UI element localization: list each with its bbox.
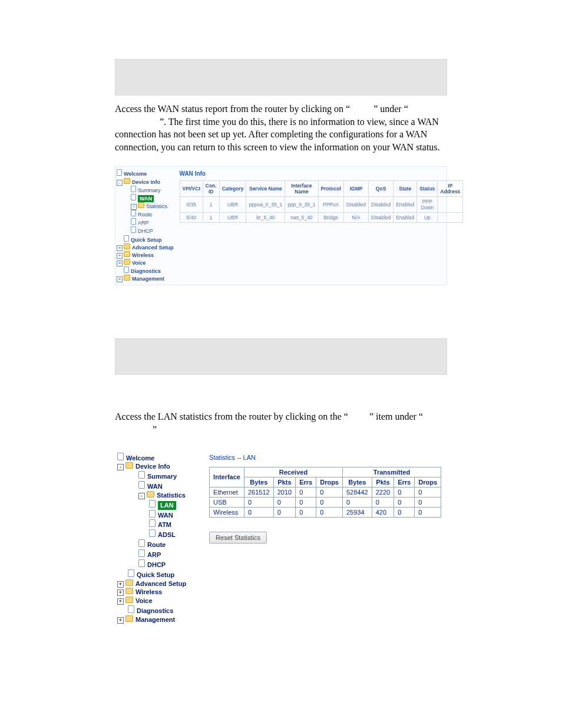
label: Welcome (126, 454, 154, 462)
col-vpivci: VPI/VCI (180, 181, 203, 197)
text: ”. The first time you do this, there is … (115, 117, 440, 152)
nav-lan-selected[interactable]: LAN (117, 500, 201, 510)
nav-advanced[interactable]: +Advanced Setup (117, 243, 174, 251)
nav-wireless[interactable]: +Wireless (117, 251, 174, 259)
nav-atm[interactable]: ATM (117, 519, 201, 529)
nav-statistics[interactable]: +Statistics (117, 202, 174, 210)
text: Access the LAN statistics from the route… (115, 411, 348, 421)
lan-stats-panel: Statistics -- LAN Interface Received Tra… (203, 449, 447, 628)
cell: Disabled (369, 213, 394, 223)
collapse-icon[interactable]: - (138, 493, 145, 499)
label: DHCP (138, 228, 153, 234)
col-state: State (394, 181, 417, 197)
label: ADSL (158, 531, 176, 538)
cell: 0 (316, 487, 343, 497)
cell: 25934 (342, 507, 372, 517)
table-header-row: Interface Received Transmitted (210, 467, 441, 477)
expand-icon[interactable]: + (117, 261, 123, 266)
expand-icon[interactable]: + (117, 617, 124, 624)
label: Management (132, 276, 164, 282)
expand-icon[interactable]: + (117, 245, 123, 251)
label: Device Info (132, 179, 160, 185)
nav-quick-setup[interactable]: Quick Setup (117, 569, 201, 579)
expand-icon[interactable]: + (117, 581, 124, 588)
col-qos: QoS (369, 181, 394, 197)
nav-voice[interactable]: +Voice (117, 597, 201, 605)
cell: PPP Down (417, 197, 438, 213)
nav-voice[interactable]: +Voice (117, 259, 174, 266)
cell: Up (417, 213, 438, 223)
text: ” item under “ (369, 411, 423, 421)
nav-wan-selected[interactable]: WAN (117, 194, 174, 202)
label: Quick Setup (131, 237, 162, 243)
label: DHCP (147, 561, 166, 568)
cell: PPPoA (318, 197, 343, 213)
nav-arp[interactable]: ARP (117, 218, 174, 226)
label: LAN (158, 501, 176, 510)
nav-wan-stats[interactable]: WAN (117, 510, 201, 520)
nav-welcome[interactable]: Welcome (117, 453, 201, 463)
col-status: Status (417, 181, 438, 197)
reset-statistics-button[interactable]: Reset Statistics (209, 532, 267, 543)
col-proto: Protocol (318, 181, 343, 197)
nav-device-info[interactable]: -Device Info (117, 462, 201, 471)
expand-icon[interactable]: + (117, 253, 123, 259)
cell: 420 (372, 507, 394, 517)
label: ARP (147, 551, 161, 558)
nav-tree-lan: Welcome -Device Info Summary WAN -Statis… (115, 449, 203, 628)
nav-adsl[interactable]: ADSL (117, 529, 201, 539)
nav-quick-setup[interactable]: Quick Setup (117, 235, 174, 243)
nav-diagnostics[interactable]: Diagnostics (117, 266, 174, 275)
table-header-row: VPI/VCI Con. ID Category Service Name In… (180, 181, 463, 197)
nav-route[interactable]: Route (117, 539, 201, 549)
nav-dhcp[interactable]: DHCP (117, 226, 174, 235)
wan-info-title: WAN Info (180, 170, 464, 177)
col-interface: Interface (210, 467, 244, 487)
nav-wan[interactable]: WAN (117, 481, 201, 491)
nav-summary[interactable]: Summary (117, 471, 201, 481)
cell: 0 (342, 497, 372, 507)
nav-management[interactable]: +Management (117, 615, 201, 624)
text-space (115, 424, 150, 434)
nav-diagnostics[interactable]: Diagnostics (117, 605, 201, 615)
col-ip: IP Address (438, 181, 463, 197)
expand-icon[interactable]: + (131, 204, 137, 210)
nav-welcome[interactable]: Welcome (117, 169, 174, 177)
lan-stats-title: Statistics -- LAN (209, 454, 441, 461)
col-igmp: IGMP (343, 181, 368, 197)
expand-icon[interactable]: + (117, 276, 123, 282)
nav-device-info[interactable]: -Device Info (117, 178, 174, 186)
nav-statistics[interactable]: -Statistics (117, 491, 201, 500)
text-space (352, 104, 371, 114)
nav-route[interactable]: Route (117, 210, 174, 218)
cell: Enabled (394, 197, 417, 213)
collapse-icon[interactable]: - (117, 464, 124, 470)
collapse-icon[interactable]: - (117, 180, 123, 186)
nav-wireless[interactable]: +Wireless (117, 588, 201, 597)
nav-arp[interactable]: ARP (117, 549, 201, 559)
cell (438, 197, 463, 213)
nav-management[interactable]: +Management (117, 275, 174, 282)
label: Advanced Setup (135, 580, 186, 587)
nav-summary[interactable]: Summary (117, 186, 174, 194)
cell: Wireless (210, 507, 244, 517)
cell: 2220 (372, 487, 394, 497)
cell: 0 (316, 507, 343, 517)
label: Statistics (146, 203, 167, 209)
cell: 528442 (342, 487, 372, 497)
cell: 0 (415, 497, 441, 507)
text: Access the WAN status report from the ro… (115, 104, 350, 114)
section-heading-wan (115, 59, 447, 95)
label: Summary (138, 187, 161, 193)
expand-icon[interactable]: + (117, 589, 124, 596)
cell: Disabled (343, 197, 368, 213)
text-space (351, 411, 367, 421)
expand-icon[interactable]: + (117, 598, 124, 605)
cell: br_5_40 (246, 213, 285, 223)
cell: 1 (203, 197, 219, 213)
nav-advanced[interactable]: +Advanced Setup (117, 579, 201, 588)
cell: 0 (244, 497, 273, 507)
label: WAN (158, 512, 173, 519)
nav-dhcp[interactable]: DHCP (117, 559, 201, 569)
label: Management (135, 616, 175, 623)
